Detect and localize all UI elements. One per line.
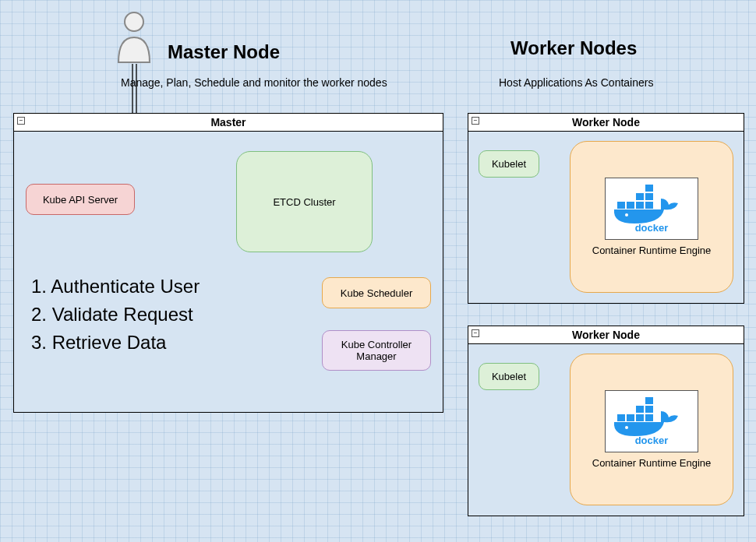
svg-rect-4 — [636, 193, 644, 200]
svg-rect-9 — [627, 414, 634, 421]
docker-text-2: docker — [635, 435, 669, 445]
worker-panel-2-header: − Worker Node — [468, 326, 744, 344]
master-panel-title: Master — [210, 116, 246, 128]
etcd-label: ETCD Cluster — [273, 196, 335, 208]
svg-rect-12 — [636, 406, 644, 413]
master-node-title: Master Node — [168, 41, 280, 63]
svg-point-8 — [625, 213, 628, 216]
api-server-steps: 1. Authenticate User 2. Validate Request… — [31, 273, 200, 357]
collapse-icon[interactable]: − — [472, 329, 479, 337]
kubelet-label-2: Kubelet — [492, 371, 526, 382]
svg-rect-3 — [645, 202, 653, 209]
kubelet-label-1: Kubelet — [492, 158, 526, 170]
master-panel-header: − Master — [14, 114, 443, 132]
worker-nodes-title: Worker Nodes — [510, 37, 637, 59]
svg-rect-7 — [617, 202, 625, 209]
kubelet-box-2: Kubelet — [479, 363, 539, 390]
worker-nodes-subtitle: Host Applications As Containers — [499, 76, 653, 89]
svg-rect-11 — [645, 414, 653, 421]
kube-api-server-box: Kube API Server — [26, 184, 135, 215]
collapse-icon[interactable]: − — [17, 117, 25, 125]
step-1: 1. Authenticate User — [31, 273, 200, 301]
svg-rect-10 — [636, 414, 644, 421]
worker-panel-1: − Worker Node Kubelet docker Container R… — [468, 113, 744, 304]
kube-scheduler-label: Kube Scheduler — [341, 287, 413, 299]
svg-rect-15 — [617, 414, 625, 421]
kube-api-server-label: Kube API Server — [43, 194, 118, 206]
svg-rect-13 — [645, 406, 653, 413]
runtime-label-2: Container Runtime Engine — [592, 457, 711, 469]
docker-text-1: docker — [635, 222, 669, 233]
svg-rect-1 — [627, 202, 634, 209]
etcd-cluster-box: ETCD Cluster — [236, 151, 373, 252]
svg-rect-2 — [636, 202, 644, 209]
master-node-subtitle: Manage, Plan, Schedule and monitor the w… — [121, 76, 387, 89]
docker-logo-2: docker — [605, 390, 698, 452]
collapse-icon[interactable]: − — [472, 117, 479, 125]
kube-controller-label: Kube Controller Manager — [326, 339, 427, 362]
step-3: 3. Retrieve Data — [31, 329, 200, 357]
step-2: 2. Validate Request — [31, 301, 200, 329]
svg-rect-14 — [645, 397, 653, 404]
kube-controller-manager-box: Kube Controller Manager — [322, 330, 431, 371]
worker-panel-2: − Worker Node Kubelet docker Container R… — [468, 326, 744, 516]
container-runtime-box-2: docker Container Runtime Engine — [570, 354, 733, 505]
worker-panel-2-title: Worker Node — [572, 329, 640, 341]
kubelet-box-1: Kubelet — [479, 150, 539, 178]
docker-logo-1: docker — [605, 178, 698, 240]
runtime-label-1: Container Runtime Engine — [592, 245, 711, 256]
master-panel: − Master Kube API Server ETCD Cluster Ku… — [13, 113, 443, 413]
worker-panel-1-title: Worker Node — [572, 116, 640, 128]
svg-rect-5 — [645, 193, 653, 200]
svg-rect-6 — [645, 185, 653, 192]
container-runtime-box-1: docker Container Runtime Engine — [570, 141, 733, 293]
svg-point-16 — [625, 426, 628, 429]
kube-scheduler-box: Kube Scheduler — [322, 277, 431, 308]
worker-panel-1-header: − Worker Node — [468, 114, 744, 132]
